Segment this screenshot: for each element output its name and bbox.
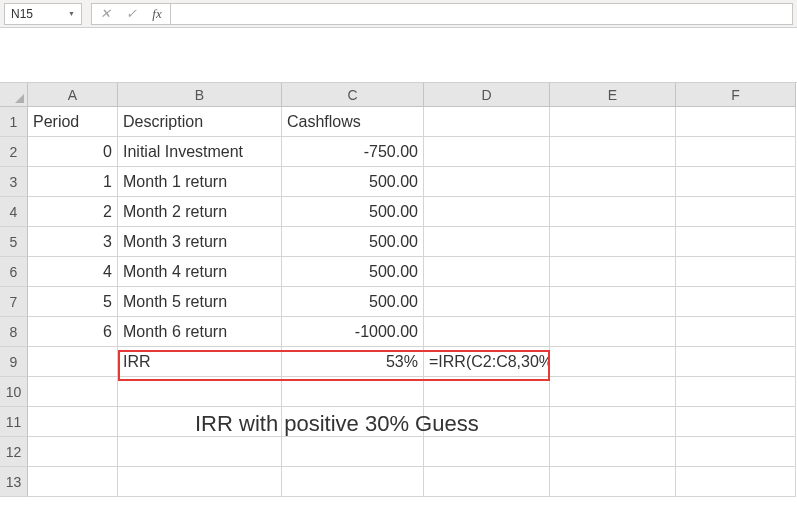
cell[interactable]: 500.00	[282, 287, 424, 317]
name-box[interactable]: N15 ▼	[4, 3, 82, 25]
cell[interactable]: Description	[118, 107, 282, 137]
formula-input[interactable]	[171, 3, 793, 25]
cell[interactable]	[424, 167, 550, 197]
select-all-corner[interactable]	[0, 83, 28, 107]
row-header[interactable]: 12	[0, 437, 28, 467]
row-header[interactable]: 1	[0, 107, 28, 137]
cell[interactable]: 2	[28, 197, 118, 227]
cell[interactable]	[28, 407, 118, 437]
row-header[interactable]: 8	[0, 317, 28, 347]
column-header[interactable]: E	[550, 83, 676, 107]
cell[interactable]: 500.00	[282, 227, 424, 257]
fx-icon[interactable]: fx	[144, 4, 170, 24]
row-header[interactable]: 11	[0, 407, 28, 437]
row-header[interactable]: 3	[0, 167, 28, 197]
cell[interactable]	[676, 287, 796, 317]
cell[interactable]	[676, 377, 796, 407]
cell[interactable]: Month 6 return	[118, 317, 282, 347]
cell[interactable]	[676, 227, 796, 257]
cell[interactable]	[424, 227, 550, 257]
cell[interactable]	[282, 437, 424, 467]
cell[interactable]	[550, 197, 676, 227]
cell[interactable]: 3	[28, 227, 118, 257]
cell[interactable]: 4	[28, 257, 118, 287]
cell[interactable]	[424, 317, 550, 347]
cell[interactable]: 0	[28, 137, 118, 167]
cell[interactable]: Month 5 return	[118, 287, 282, 317]
cell[interactable]: 5	[28, 287, 118, 317]
cell[interactable]: =IRR(C2:C8,30%)	[424, 347, 550, 377]
row-header[interactable]: 5	[0, 227, 28, 257]
cell[interactable]: 500.00	[282, 197, 424, 227]
cell[interactable]: Month 2 return	[118, 197, 282, 227]
cell[interactable]	[550, 227, 676, 257]
cell[interactable]	[676, 137, 796, 167]
cell[interactable]	[424, 137, 550, 167]
cell[interactable]	[550, 167, 676, 197]
cell[interactable]	[118, 467, 282, 497]
row-header[interactable]: 6	[0, 257, 28, 287]
cell[interactable]	[28, 437, 118, 467]
cell[interactable]	[424, 437, 550, 467]
cell[interactable]: -1000.00	[282, 317, 424, 347]
cell[interactable]: Cashflows	[282, 107, 424, 137]
cell[interactable]: 6	[28, 317, 118, 347]
cell[interactable]	[676, 197, 796, 227]
cancel-icon: ✕	[92, 4, 118, 24]
cell[interactable]: 53%	[282, 347, 424, 377]
cell[interactable]	[118, 377, 282, 407]
cell[interactable]	[550, 287, 676, 317]
cell[interactable]	[424, 197, 550, 227]
cell[interactable]	[676, 407, 796, 437]
cell[interactable]: Initial Investment	[118, 137, 282, 167]
cell[interactable]: Month 3 return	[118, 227, 282, 257]
cell[interactable]: Period	[28, 107, 118, 137]
cell[interactable]: 1	[28, 167, 118, 197]
cell[interactable]	[550, 347, 676, 377]
cell[interactable]	[424, 467, 550, 497]
cell[interactable]	[676, 317, 796, 347]
cell[interactable]: IRR	[118, 347, 282, 377]
cell[interactable]	[676, 347, 796, 377]
cell[interactable]	[550, 257, 676, 287]
cell[interactable]: Month 4 return	[118, 257, 282, 287]
cell[interactable]	[424, 107, 550, 137]
spreadsheet-grid: 1 2 3 4 5 6 7 8 9 10 11 12 13 A B C D E …	[0, 83, 797, 532]
cell[interactable]	[676, 257, 796, 287]
cell[interactable]	[424, 377, 550, 407]
cell[interactable]	[28, 347, 118, 377]
cell[interactable]	[676, 167, 796, 197]
column-header[interactable]: F	[676, 83, 796, 107]
cell[interactable]	[28, 377, 118, 407]
row-header[interactable]: 10	[0, 377, 28, 407]
cell[interactable]	[282, 377, 424, 407]
cell[interactable]	[676, 467, 796, 497]
column-header[interactable]: C	[282, 83, 424, 107]
column-header[interactable]: B	[118, 83, 282, 107]
cell[interactable]: 500.00	[282, 257, 424, 287]
cell[interactable]	[676, 107, 796, 137]
row-header[interactable]: 4	[0, 197, 28, 227]
cell[interactable]	[676, 437, 796, 467]
cell[interactable]: Month 1 return	[118, 167, 282, 197]
column-header[interactable]: D	[424, 83, 550, 107]
chevron-down-icon[interactable]: ▼	[68, 10, 75, 17]
cell[interactable]	[550, 317, 676, 347]
row-header[interactable]: 9	[0, 347, 28, 377]
cell[interactable]	[118, 437, 282, 467]
row-header[interactable]: 7	[0, 287, 28, 317]
row-header[interactable]: 2	[0, 137, 28, 167]
cell[interactable]	[550, 437, 676, 467]
row-header[interactable]: 13	[0, 467, 28, 497]
cell[interactable]	[424, 257, 550, 287]
cell[interactable]	[550, 137, 676, 167]
column-header[interactable]: A	[28, 83, 118, 107]
cell[interactable]	[550, 377, 676, 407]
cell[interactable]	[550, 467, 676, 497]
cell[interactable]: -750.00	[282, 137, 424, 167]
cell[interactable]	[550, 107, 676, 137]
cell[interactable]	[28, 467, 118, 497]
cell[interactable]	[282, 467, 424, 497]
cell[interactable]: 500.00	[282, 167, 424, 197]
cell[interactable]	[424, 287, 550, 317]
